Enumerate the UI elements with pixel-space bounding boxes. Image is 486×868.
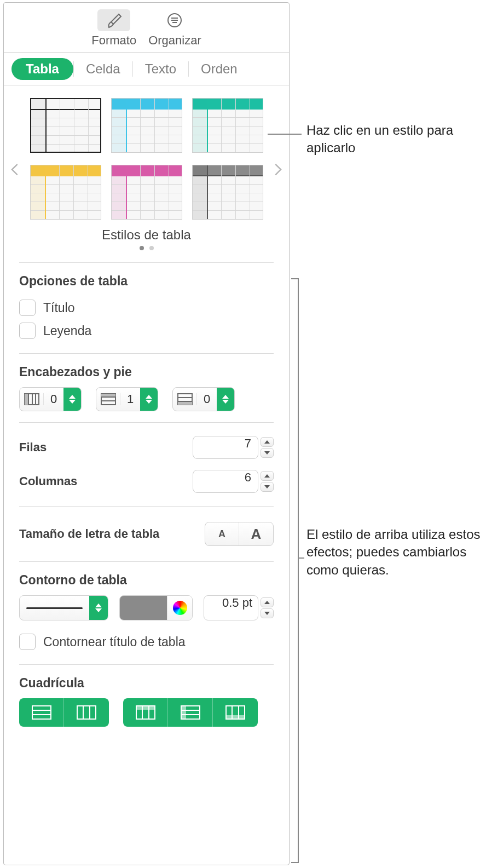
table-styles-gallery: Estilos de tabla: [4, 86, 289, 262]
gridlines-section: Cuadrícula: [4, 665, 289, 738]
table-style-thumb-3[interactable]: [192, 98, 263, 153]
outline-width-stepper[interactable]: [261, 597, 274, 618]
header-rows-value: 1: [120, 392, 140, 406]
tab-table[interactable]: Tabla: [11, 58, 73, 80]
rows-input[interactable]: 7: [193, 436, 258, 459]
toolbar-format-label: Formato: [91, 33, 136, 48]
tab-cell[interactable]: Celda: [74, 58, 132, 80]
tab-order[interactable]: Orden: [189, 58, 250, 80]
callout-bottom: El estilo de arriba utiliza estos efecto…: [306, 526, 482, 579]
toolbar-format-button[interactable]: Formato: [91, 9, 136, 48]
table-outline-section: Contorno de tabla 0.5 pt Contornear títu…: [4, 562, 289, 664]
checkbox-title-label: Título: [43, 301, 75, 315]
toolbar-organize-label: Organizar: [148, 33, 201, 48]
inspector-panel: Formato Organizar Tabla Celda Texto Orde…: [3, 2, 290, 865]
callout-top: Haz clic en un estilo para aplicarlo: [306, 122, 482, 157]
header-columns-arrows[interactable]: [63, 388, 81, 411]
footer-rows-stepper[interactable]: 0: [172, 387, 235, 411]
header-rows-stepper[interactable]: 1: [96, 387, 158, 411]
gridlines-body-segmented: [19, 698, 109, 727]
table-style-thumb-1[interactable]: [30, 98, 101, 153]
rows-down[interactable]: [261, 448, 274, 458]
cols-label: Columnas: [19, 474, 77, 488]
checkbox-caption-label: Leyenda: [43, 324, 91, 338]
svg-rect-32: [226, 715, 245, 719]
rows-cols-section: Filas 7 Columnas 6: [4, 423, 289, 506]
font-size-segmented: A A: [205, 522, 274, 546]
callout-leader-bottom: [298, 557, 304, 559]
svg-rect-28: [181, 706, 186, 719]
gridlines-vertical-button[interactable]: [64, 698, 109, 727]
paintbrush-icon: [97, 9, 130, 31]
toolbar: Formato Organizar: [4, 3, 289, 53]
footer-rows-value: 0: [197, 392, 217, 406]
gallery-next[interactable]: [270, 162, 287, 180]
outline-color-wheel-button[interactable]: [167, 596, 192, 620]
footer-rows-arrows[interactable]: [217, 388, 234, 411]
gallery-page-dot-2[interactable]: [149, 246, 154, 250]
inspector-tabs: Tabla Celda Texto Orden: [4, 53, 289, 86]
outline-width-up[interactable]: [261, 597, 274, 607]
table-style-thumb-2[interactable]: [111, 98, 182, 153]
table-style-thumb-6[interactable]: [192, 165, 263, 220]
line-style-icon: [20, 607, 89, 609]
toolbar-organize-button[interactable]: Organizar: [148, 9, 201, 48]
rows-value: 7: [245, 436, 251, 450]
header-columns-icon: [20, 393, 44, 405]
outline-width-input[interactable]: 0.5 pt: [204, 595, 258, 620]
header-rows-arrows[interactable]: [140, 388, 158, 411]
header-columns-value: 0: [44, 392, 63, 406]
checkbox-outline-title-label: Contornear título de tabla: [43, 635, 186, 649]
gridlines-header-cols-button[interactable]: [123, 698, 168, 727]
gallery-prev[interactable]: [6, 162, 22, 180]
outline-width-value: 0.5 pt: [222, 596, 252, 610]
table-style-thumb-5[interactable]: [111, 165, 182, 220]
svg-rect-20: [77, 706, 96, 719]
outline-color-swatch[interactable]: [120, 596, 167, 620]
rows-stepper[interactable]: [261, 437, 274, 458]
gridlines-footer-button[interactable]: [213, 698, 258, 727]
font-size-increase-button[interactable]: A: [239, 522, 273, 545]
rows-up[interactable]: [261, 437, 274, 447]
tab-text[interactable]: Texto: [133, 58, 188, 80]
callout-bracket-bottom: [291, 862, 298, 863]
checkbox-outline-title[interactable]: [19, 634, 36, 650]
headers-footer-section: Encabezados y pie 0: [4, 354, 289, 422]
cols-input[interactable]: 6: [193, 470, 258, 493]
outline-color-picker: [119, 595, 193, 620]
svg-rect-5: [25, 394, 28, 405]
footer-rows-icon: [173, 393, 197, 405]
svg-rect-24: [136, 706, 155, 710]
outline-width-down[interactable]: [261, 608, 274, 618]
callout-leader-top: [268, 134, 302, 135]
header-columns-stepper[interactable]: 0: [19, 387, 82, 411]
headers-footer-title: Encabezados y pie: [19, 365, 274, 380]
gridlines-horizontal-button[interactable]: [19, 698, 64, 727]
table-outline-title: Contorno de tabla: [19, 573, 274, 588]
callout-bracket-vertical: [298, 278, 299, 863]
cols-stepper[interactable]: [261, 471, 274, 492]
organize-icon: [158, 9, 191, 31]
gridlines-header-segmented: [123, 698, 258, 727]
header-rows-icon: [96, 393, 120, 405]
gallery-page-dot-1[interactable]: [140, 246, 144, 250]
callout-bracket-top: [291, 278, 298, 279]
table-style-thumb-4[interactable]: [30, 165, 101, 220]
outline-style-select[interactable]: [19, 595, 108, 620]
font-size-section: Tamaño de letra de tabla A A: [4, 507, 289, 561]
cols-up[interactable]: [261, 471, 274, 481]
gridlines-header-rows-button[interactable]: [168, 698, 213, 727]
svg-rect-17: [32, 706, 51, 719]
font-size-decrease-button[interactable]: A: [205, 522, 239, 545]
gallery-pager: [4, 246, 289, 250]
checkbox-caption[interactable]: [19, 323, 36, 339]
gridlines-title: Cuadrícula: [19, 676, 274, 691]
cols-value: 6: [245, 470, 251, 484]
outline-style-arrows[interactable]: [89, 596, 108, 620]
font-size-label: Tamaño de letra de tabla: [19, 527, 159, 541]
cols-down[interactable]: [261, 482, 274, 492]
checkbox-title[interactable]: [19, 300, 36, 316]
gallery-caption: Estilos de tabla: [4, 227, 289, 243]
rows-label: Filas: [19, 440, 47, 455]
table-options-section: Opciones de tabla Título Leyenda: [4, 263, 289, 353]
